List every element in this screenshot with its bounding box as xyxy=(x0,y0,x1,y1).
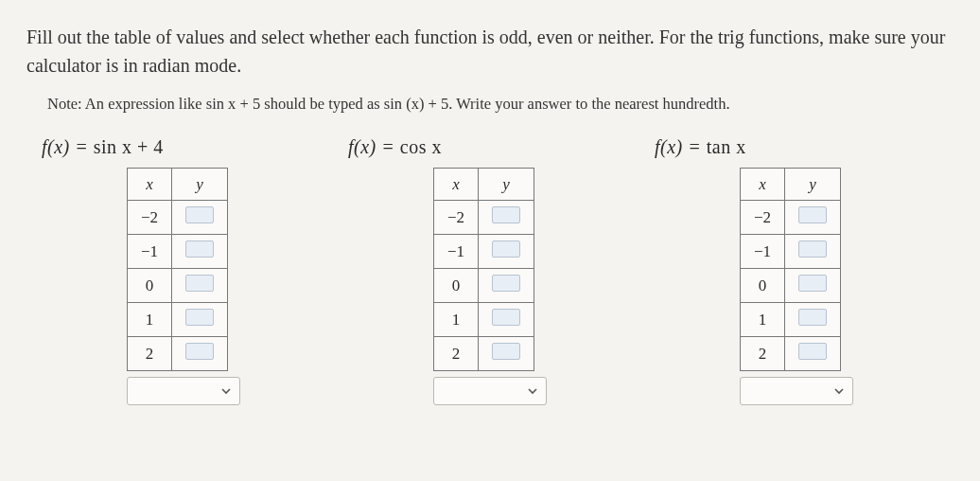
function-block-2: f(x) = cos x x y −2 −1 0 1 2 xyxy=(348,136,632,405)
y-input[interactable] xyxy=(492,240,520,258)
x-cell: −1 xyxy=(434,235,479,269)
table-row: 0 xyxy=(128,269,228,303)
x-cell: 2 xyxy=(128,337,172,371)
note-suffix: . Write your answer to the nearest hundr… xyxy=(448,95,729,113)
x-cell: −2 xyxy=(128,201,172,235)
fn-rhs: sin x + 4 xyxy=(94,136,164,157)
note-expr2: sin (x) + 5 xyxy=(384,95,448,113)
function-label-3: f(x) = tan x xyxy=(655,136,746,158)
table-row: −2 xyxy=(128,201,228,235)
table-row: 2 xyxy=(434,337,534,371)
values-table-2: x y −2 −1 0 1 2 xyxy=(433,168,534,371)
chevron-down-icon xyxy=(833,385,845,397)
x-cell: 0 xyxy=(741,269,785,303)
fn-rhs: tan x xyxy=(707,136,746,157)
y-input[interactable] xyxy=(185,309,214,326)
header-y: y xyxy=(785,169,841,201)
function-label-1: f(x) = sin x + 4 xyxy=(42,136,164,158)
x-cell: 2 xyxy=(741,337,785,371)
classification-select-3[interactable] xyxy=(740,377,853,405)
y-input[interactable] xyxy=(798,240,827,258)
y-input[interactable] xyxy=(798,343,827,360)
note-expr1: sin x + 5 xyxy=(206,95,260,113)
note-prefix: Note: An expression like xyxy=(47,95,206,113)
x-cell: 0 xyxy=(128,269,172,303)
x-cell: 0 xyxy=(434,269,479,303)
table-row: −2 xyxy=(741,201,841,235)
values-table-3: x y −2 −1 0 1 2 xyxy=(740,168,841,371)
x-cell: 1 xyxy=(434,303,479,337)
y-input[interactable] xyxy=(185,343,214,360)
x-cell: −1 xyxy=(741,235,785,269)
table-row: 1 xyxy=(434,303,534,337)
y-input[interactable] xyxy=(798,309,827,326)
y-input[interactable] xyxy=(492,275,520,292)
y-input[interactable] xyxy=(798,275,827,292)
x-cell: 1 xyxy=(128,303,172,337)
chevron-down-icon xyxy=(220,385,232,397)
table-header-row: x y xyxy=(128,169,228,201)
x-cell: 2 xyxy=(434,337,479,371)
x-cell: −2 xyxy=(434,201,479,235)
header-x: x xyxy=(741,169,785,201)
intro-text: Fill out the table of values and select … xyxy=(26,23,954,80)
header-y: y xyxy=(172,169,228,201)
function-label-2: f(x) = cos x xyxy=(348,136,442,158)
table-row: 2 xyxy=(741,337,841,371)
classification-select-1[interactable] xyxy=(127,377,240,405)
y-input[interactable] xyxy=(185,206,214,223)
header-x: x xyxy=(434,169,479,201)
table-row: −1 xyxy=(434,235,534,269)
x-cell: −2 xyxy=(741,201,785,235)
header-y: y xyxy=(479,169,534,201)
header-x: x xyxy=(128,169,172,201)
y-input[interactable] xyxy=(185,275,214,292)
chevron-down-icon xyxy=(527,385,538,397)
fn-lhs: f(x) = xyxy=(655,136,707,157)
classification-select-2[interactable] xyxy=(433,377,547,405)
x-cell: −1 xyxy=(128,235,172,269)
note-text: Note: An expression like sin x + 5 shoul… xyxy=(47,95,954,114)
table-row: 1 xyxy=(128,303,228,337)
table-header-row: x y xyxy=(434,169,534,201)
fn-lhs: f(x) = xyxy=(348,136,400,157)
tables-row: f(x) = sin x + 4 x y −2 −1 0 1 2 f(x) = … xyxy=(26,136,954,405)
function-block-3: f(x) = tan x x y −2 −1 0 1 2 xyxy=(655,136,938,405)
y-input[interactable] xyxy=(185,240,214,258)
table-row: 2 xyxy=(128,337,228,371)
y-input[interactable] xyxy=(492,309,520,326)
values-table-1: x y −2 −1 0 1 2 xyxy=(127,168,228,371)
note-mid: should be typed as xyxy=(260,95,384,113)
table-row: −2 xyxy=(434,201,534,235)
table-header-row: x y xyxy=(741,169,841,201)
function-block-1: f(x) = sin x + 4 x y −2 −1 0 1 2 xyxy=(42,136,325,405)
table-row: 1 xyxy=(741,303,841,337)
table-row: 0 xyxy=(741,269,841,303)
table-row: 0 xyxy=(434,269,534,303)
table-row: −1 xyxy=(741,235,841,269)
y-input[interactable] xyxy=(798,206,827,223)
table-row: −1 xyxy=(128,235,228,269)
fn-lhs: f(x) = xyxy=(42,136,94,157)
y-input[interactable] xyxy=(492,343,520,360)
x-cell: 1 xyxy=(741,303,785,337)
y-input[interactable] xyxy=(492,206,520,223)
fn-rhs: cos x xyxy=(400,136,442,157)
